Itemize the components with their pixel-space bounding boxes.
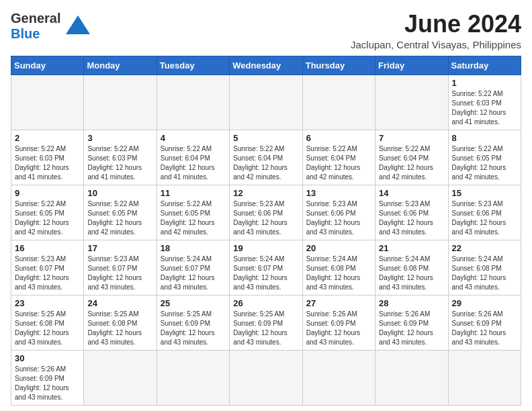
subtitle: Jaclupan, Central Visayas, Philippines bbox=[351, 39, 521, 50]
day-number: 3 bbox=[87, 133, 152, 143]
calendar-cell: 18Sunrise: 5:24 AMSunset: 6:07 PMDayligh… bbox=[157, 240, 229, 295]
day-info: Sunrise: 5:25 AMSunset: 6:08 PMDaylight:… bbox=[87, 310, 152, 347]
calendar-cell bbox=[157, 75, 229, 130]
calendar-cell: 1Sunrise: 5:22 AMSunset: 6:03 PMDaylight… bbox=[448, 75, 521, 130]
day-info: Sunrise: 5:22 AMSunset: 6:05 PMDaylight:… bbox=[161, 199, 226, 237]
day-number: 17 bbox=[87, 243, 152, 253]
calendar-cell: 6Sunrise: 5:22 AMSunset: 6:04 PMDaylight… bbox=[302, 130, 375, 185]
weekday-header-tuesday: Tuesday bbox=[157, 56, 229, 75]
day-info: Sunrise: 5:24 AMSunset: 6:07 PMDaylight:… bbox=[161, 255, 226, 292]
day-number: 30 bbox=[15, 353, 80, 363]
calendar-cell: 16Sunrise: 5:23 AMSunset: 6:07 PMDayligh… bbox=[11, 240, 84, 295]
day-info: Sunrise: 5:23 AMSunset: 6:06 PMDaylight:… bbox=[306, 199, 371, 237]
weekday-header-sunday: Sunday bbox=[11, 56, 84, 75]
day-info: Sunrise: 5:26 AMSunset: 6:09 PMDaylight:… bbox=[15, 365, 80, 402]
day-info: Sunrise: 5:22 AMSunset: 6:05 PMDaylight:… bbox=[452, 144, 517, 182]
calendar-cell: 7Sunrise: 5:22 AMSunset: 6:04 PMDaylight… bbox=[375, 130, 448, 185]
calendar-cell: 22Sunrise: 5:24 AMSunset: 6:08 PMDayligh… bbox=[448, 240, 521, 295]
day-info: Sunrise: 5:22 AMSunset: 6:04 PMDaylight:… bbox=[379, 144, 444, 182]
day-number: 14 bbox=[379, 188, 444, 198]
day-info: Sunrise: 5:23 AMSunset: 6:06 PMDaylight:… bbox=[452, 199, 517, 237]
calendar-week-1: 1Sunrise: 5:22 AMSunset: 6:03 PMDaylight… bbox=[11, 75, 521, 130]
day-info: Sunrise: 5:22 AMSunset: 6:05 PMDaylight:… bbox=[87, 199, 152, 237]
calendar-cell: 3Sunrise: 5:22 AMSunset: 6:03 PMDaylight… bbox=[84, 130, 157, 185]
main-title: June 2024 bbox=[351, 11, 521, 38]
calendar-cell: 24Sunrise: 5:25 AMSunset: 6:08 PMDayligh… bbox=[84, 295, 157, 350]
day-number: 1 bbox=[452, 78, 517, 88]
calendar-cell: 8Sunrise: 5:22 AMSunset: 6:05 PMDaylight… bbox=[448, 130, 521, 185]
day-number: 23 bbox=[15, 298, 80, 308]
calendar-cell: 13Sunrise: 5:23 AMSunset: 6:06 PMDayligh… bbox=[302, 185, 375, 240]
day-info: Sunrise: 5:22 AMSunset: 6:03 PMDaylight:… bbox=[452, 89, 517, 127]
day-info: Sunrise: 5:22 AMSunset: 6:03 PMDaylight:… bbox=[87, 144, 152, 182]
day-number: 9 bbox=[15, 188, 80, 198]
calendar-cell: 26Sunrise: 5:25 AMSunset: 6:09 PMDayligh… bbox=[230, 295, 302, 350]
day-info: Sunrise: 5:26 AMSunset: 6:09 PMDaylight:… bbox=[306, 310, 371, 347]
calendar-cell: 14Sunrise: 5:23 AMSunset: 6:06 PMDayligh… bbox=[375, 185, 448, 240]
calendar-cell bbox=[230, 75, 302, 130]
calendar-cell: 12Sunrise: 5:23 AMSunset: 6:06 PMDayligh… bbox=[230, 185, 302, 240]
calendar-week-4: 16Sunrise: 5:23 AMSunset: 6:07 PMDayligh… bbox=[11, 240, 521, 295]
day-number: 24 bbox=[87, 298, 152, 308]
calendar-week-5: 23Sunrise: 5:25 AMSunset: 6:08 PMDayligh… bbox=[11, 295, 521, 350]
day-info: Sunrise: 5:22 AMSunset: 6:05 PMDaylight:… bbox=[15, 199, 80, 237]
day-number: 20 bbox=[306, 243, 371, 253]
day-number: 15 bbox=[452, 188, 517, 198]
title-area: June 2024 Jaclupan, Central Visayas, Phi… bbox=[351, 11, 521, 50]
day-number: 5 bbox=[233, 133, 298, 143]
day-info: Sunrise: 5:24 AMSunset: 6:08 PMDaylight:… bbox=[379, 255, 444, 292]
page-container: General Blue June 2024 Jaclupan, Central… bbox=[11, 11, 521, 406]
calendar-cell: 2Sunrise: 5:22 AMSunset: 6:03 PMDaylight… bbox=[11, 130, 84, 185]
calendar-cell: 9Sunrise: 5:22 AMSunset: 6:05 PMDaylight… bbox=[11, 185, 84, 240]
day-number: 8 bbox=[452, 133, 517, 143]
calendar-cell: 30Sunrise: 5:26 AMSunset: 6:09 PMDayligh… bbox=[11, 350, 84, 405]
day-number: 29 bbox=[452, 298, 517, 308]
calendar-cell: 11Sunrise: 5:22 AMSunset: 6:05 PMDayligh… bbox=[157, 185, 229, 240]
logo-text: General Blue bbox=[11, 11, 60, 42]
calendar-cell bbox=[302, 75, 375, 130]
calendar-cell: 21Sunrise: 5:24 AMSunset: 6:08 PMDayligh… bbox=[375, 240, 448, 295]
day-info: Sunrise: 5:22 AMSunset: 6:04 PMDaylight:… bbox=[306, 144, 371, 182]
day-info: Sunrise: 5:26 AMSunset: 6:09 PMDaylight:… bbox=[379, 310, 444, 347]
calendar-cell: 23Sunrise: 5:25 AMSunset: 6:08 PMDayligh… bbox=[11, 295, 84, 350]
calendar-cell: 5Sunrise: 5:22 AMSunset: 6:04 PMDaylight… bbox=[230, 130, 302, 185]
calendar-cell bbox=[375, 350, 448, 405]
day-info: Sunrise: 5:24 AMSunset: 6:08 PMDaylight:… bbox=[452, 255, 517, 292]
calendar-cell: 25Sunrise: 5:25 AMSunset: 6:09 PMDayligh… bbox=[157, 295, 229, 350]
day-info: Sunrise: 5:24 AMSunset: 6:08 PMDaylight:… bbox=[306, 255, 371, 292]
day-number: 25 bbox=[161, 298, 226, 308]
weekday-header-friday: Friday bbox=[375, 56, 448, 75]
calendar-cell: 20Sunrise: 5:24 AMSunset: 6:08 PMDayligh… bbox=[302, 240, 375, 295]
calendar-cell: 4Sunrise: 5:22 AMSunset: 6:04 PMDaylight… bbox=[157, 130, 229, 185]
day-info: Sunrise: 5:25 AMSunset: 6:09 PMDaylight:… bbox=[161, 310, 226, 347]
calendar-cell bbox=[11, 75, 84, 130]
day-info: Sunrise: 5:22 AMSunset: 6:03 PMDaylight:… bbox=[15, 144, 80, 182]
calendar-cell: 15Sunrise: 5:23 AMSunset: 6:06 PMDayligh… bbox=[448, 185, 521, 240]
day-number: 7 bbox=[379, 133, 444, 143]
day-info: Sunrise: 5:25 AMSunset: 6:09 PMDaylight:… bbox=[233, 310, 298, 347]
day-number: 18 bbox=[161, 243, 226, 253]
calendar-cell bbox=[230, 350, 302, 405]
calendar-cell: 27Sunrise: 5:26 AMSunset: 6:09 PMDayligh… bbox=[302, 295, 375, 350]
day-number: 16 bbox=[15, 243, 80, 253]
day-number: 28 bbox=[379, 298, 444, 308]
calendar-cell: 28Sunrise: 5:26 AMSunset: 6:09 PMDayligh… bbox=[375, 295, 448, 350]
calendar-cell bbox=[84, 75, 157, 130]
weekday-header-thursday: Thursday bbox=[302, 56, 375, 75]
logo-icon bbox=[66, 15, 90, 37]
calendar-week-6: 30Sunrise: 5:26 AMSunset: 6:09 PMDayligh… bbox=[11, 350, 521, 405]
calendar-cell: 10Sunrise: 5:22 AMSunset: 6:05 PMDayligh… bbox=[84, 185, 157, 240]
logo-area: General Blue bbox=[11, 11, 90, 42]
day-info: Sunrise: 5:26 AMSunset: 6:09 PMDaylight:… bbox=[452, 310, 517, 347]
weekday-header-wednesday: Wednesday bbox=[230, 56, 302, 75]
day-number: 10 bbox=[87, 188, 152, 198]
weekday-header-saturday: Saturday bbox=[448, 56, 521, 75]
calendar-week-2: 2Sunrise: 5:22 AMSunset: 6:03 PMDaylight… bbox=[11, 130, 521, 185]
calendar-cell bbox=[84, 350, 157, 405]
calendar-table: SundayMondayTuesdayWednesdayThursdayFrid… bbox=[11, 56, 521, 406]
calendar-cell bbox=[448, 350, 521, 405]
calendar-cell: 29Sunrise: 5:26 AMSunset: 6:09 PMDayligh… bbox=[448, 295, 521, 350]
calendar-cell: 17Sunrise: 5:23 AMSunset: 6:07 PMDayligh… bbox=[84, 240, 157, 295]
day-info: Sunrise: 5:24 AMSunset: 6:07 PMDaylight:… bbox=[233, 255, 298, 292]
calendar-week-3: 9Sunrise: 5:22 AMSunset: 6:05 PMDaylight… bbox=[11, 185, 521, 240]
